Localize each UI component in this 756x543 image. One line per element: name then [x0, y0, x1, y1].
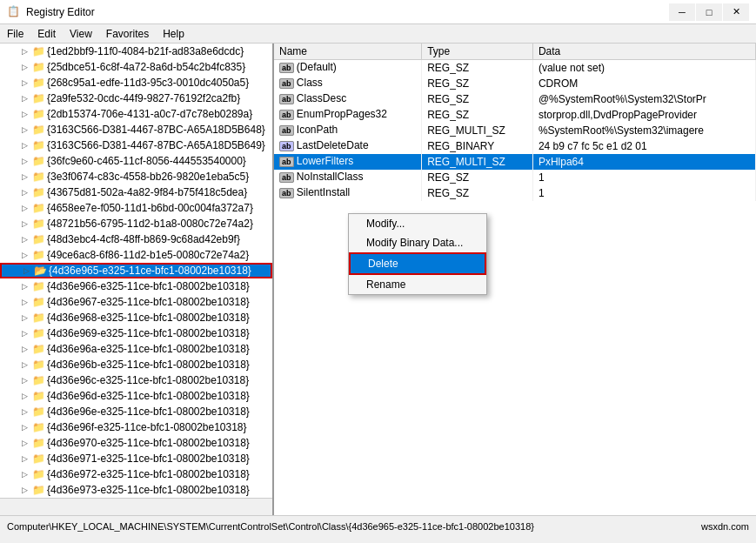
- tree-expand-icon[interactable]: ▷: [17, 282, 31, 291]
- status-bar: Computer\HKEY_LOCAL_MACHINE\SYSTEM\Curre…: [0, 515, 756, 536]
- minimize-button[interactable]: ─: [669, 3, 695, 21]
- tree-expand-icon[interactable]: ▷: [17, 157, 31, 165]
- tree-item[interactable]: ▷📁{3e3f0674-c83c-4558-bb26-9820e1eba5c5}: [0, 169, 272, 184]
- context-menu-item-modify...[interactable]: Modify...: [349, 214, 486, 233]
- tree-item[interactable]: ▷📁{43675d81-502a-4a82-9f84-b75f418c5dea}: [0, 184, 272, 200]
- detail-row[interactable]: ab LastDeleteDateREG_BINARY24 b9 c7 fc 5…: [274, 138, 756, 154]
- tree-expand-icon[interactable]: ▷: [17, 470, 31, 479]
- folder-icon: 📁: [31, 468, 45, 480]
- detail-cell-data: 1: [532, 170, 755, 185]
- tree-expand-icon[interactable]: ▷: [17, 360, 31, 369]
- tree-expand-icon[interactable]: ▷: [17, 188, 31, 197]
- tree-item[interactable]: ▷📁{4d36e96c-e325-11ce-bfc1-08002be10318}: [0, 372, 272, 388]
- tree-expand-icon[interactable]: ▷: [17, 298, 31, 306]
- tree-expand-icon[interactable]: ▷: [17, 392, 31, 400]
- tree-item[interactable]: ▷📁{48d3ebc4-4cf8-48ff-b869-9c68ad42eb9f}: [0, 231, 272, 247]
- detail-row[interactable]: ab (Default)REG_SZ(value not set): [274, 60, 756, 76]
- tree-expand-icon[interactable]: ▷: [17, 313, 31, 322]
- tree-item[interactable]: ▷📁{4d36e96f-e325-11ce-bfc1-08002be10318}: [0, 419, 272, 435]
- detail-row[interactable]: ab ClassREG_SZCDROM: [274, 76, 756, 91]
- tree-expand-icon[interactable]: ▷: [17, 486, 31, 494]
- tree-item[interactable]: ▷📁{4d36e966-e325-11ce-bfc1-08002be10318}: [0, 278, 272, 294]
- tree-label: {4d36e96c-e325-11ce-bfc1-08002be10318}: [47, 374, 249, 386]
- folder-icon: 📁: [31, 327, 45, 339]
- close-button[interactable]: ✕: [723, 3, 749, 21]
- tree-item[interactable]: ▷📁{36fc9e60-c465-11cf-8056-444553540000}: [0, 153, 272, 169]
- tree-item[interactable]: ▷📁{1ed2bbf9-11f0-4084-b21f-ad83a8e6dcdc}: [0, 44, 272, 59]
- detail-cell-data: storprop.dll,DvdPropPageProvider: [532, 107, 755, 123]
- title-bar-buttons: ─ □ ✕: [669, 3, 749, 21]
- tree-expand-icon[interactable]: ▷: [17, 345, 31, 353]
- tree-item[interactable]: ▷📁{4d36e96b-e325-11ce-bfc1-08002be10318}: [0, 357, 272, 372]
- context-menu-item-modify-binary-data...[interactable]: Modify Binary Data...: [349, 233, 486, 252]
- tree-item[interactable]: ▷📁{4d36e96e-e325-11ce-bfc1-08002be10318}: [0, 404, 272, 419]
- tree-expand-icon[interactable]: ▷: [17, 78, 31, 87]
- tree-item[interactable]: ▷📁{4d36e96d-e325-11ce-bfc1-08002be10318}: [0, 388, 272, 404]
- menu-item-file[interactable]: File: [0, 24, 30, 43]
- tree-expand-icon[interactable]: ▷: [17, 94, 31, 103]
- tree-expand-icon[interactable]: ▷: [17, 125, 31, 134]
- detail-cell-name: ab SilentInstall: [274, 185, 422, 201]
- tree-expand-icon[interactable]: ▷: [17, 141, 31, 150]
- tree-item[interactable]: ▷📁{2db15374-706e-4131-a0c7-d7c78eb0289a}: [0, 106, 272, 122]
- maximize-button[interactable]: □: [696, 3, 722, 21]
- tree-item[interactable]: ▷📁{4d36e969-e325-11ce-bfc1-08002be10318}: [0, 325, 272, 341]
- tree-scrollbar[interactable]: [0, 498, 272, 515]
- tree-item[interactable]: ▷📁{268c95a1-edfe-11d3-95c3-0010dc4050a5}: [0, 75, 272, 90]
- tree-expand-icon[interactable]: ▷: [17, 47, 31, 56]
- tree-item[interactable]: ▷📁{48721b56-6795-11d2-b1a8-0080c72e74a2}: [0, 216, 272, 231]
- tree-expand-icon[interactable]: ▷: [17, 110, 31, 118]
- tree-item[interactable]: ▷📁{4658ee7e-f050-11d1-b6bd-00c004fa372a7…: [0, 200, 272, 216]
- detail-row[interactable]: ab EnumPropPages32REG_SZstorprop.dll,Dvd…: [274, 107, 756, 123]
- folder-icon: 📁: [31, 139, 45, 151]
- menu-item-view[interactable]: View: [63, 24, 99, 43]
- tree-item[interactable]: ▷📁{25dbce51-6c8f-4a72-8a6d-b54c2b4fc835}: [0, 59, 272, 75]
- tree-item[interactable]: ▷📁{3163C566-D381-4467-87BC-A65A18D5B648}: [0, 122, 272, 137]
- tree-expand-icon[interactable]: ▷: [17, 454, 31, 463]
- tree-expand-icon[interactable]: ▷: [17, 204, 31, 212]
- tree-expand-icon[interactable]: ▷: [17, 329, 31, 338]
- tree-item[interactable]: ▷📁{4d36e96a-e325-11ce-bfc1-08002be10318}: [0, 341, 272, 357]
- tree-expand-icon[interactable]: ▷: [17, 407, 31, 416]
- folder-icon: 📁: [31, 233, 45, 245]
- tree-expand-icon[interactable]: ▷: [17, 251, 31, 259]
- detail-row[interactable]: ab ClassDescREG_SZ@%SystemRoot%\System32…: [274, 91, 756, 107]
- folder-icon: 📁: [31, 374, 45, 386]
- detail-cell-data: PxHlpa64: [532, 154, 755, 170]
- tree-item[interactable]: ▷📁{4d36e968-e325-11ce-bfc1-08002be10318}: [0, 310, 272, 325]
- tree-panel[interactable]: ▷📁{1ed2bbf9-11f0-4084-b21f-ad83a8e6dcdc}…: [0, 44, 274, 515]
- tree-item[interactable]: ▷📁{4d36e971-e325-11ce-bfc1-08002be10318}: [0, 451, 272, 466]
- menu-item-edit[interactable]: Edit: [30, 24, 63, 43]
- menu-item-help[interactable]: Help: [156, 24, 191, 43]
- tree-item[interactable]: ▷📂{4d36e965-e325-11ce-bfc1-08002be10318}: [0, 263, 272, 278]
- menu-item-favorites[interactable]: Favorites: [99, 24, 156, 43]
- binary-icon: ab: [279, 141, 294, 151]
- tree-expand-icon[interactable]: ▷: [17, 235, 31, 244]
- context-menu-item-delete[interactable]: Delete: [349, 252, 486, 275]
- detail-cell-type: REG_MULTI_SZ: [422, 154, 533, 170]
- tree-expand-icon[interactable]: ▷: [17, 376, 31, 385]
- tree-label: {4d36e969-e325-11ce-bfc1-08002be10318}: [47, 327, 250, 339]
- tree-item[interactable]: ▷📁{2a9fe532-0cdc-44f9-9827-76192f2ca2fb}: [0, 90, 272, 106]
- tree-item[interactable]: ▷📁{4d36e973-e325-11ce-bfc1-08002be10318}: [0, 482, 272, 498]
- tree-label: {4d36e972-e325-11ce-bfc1-08002be10318}: [47, 468, 250, 480]
- context-menu-item-rename[interactable]: Rename: [349, 275, 486, 294]
- tree-item[interactable]: ▷📁{49ce6ac8-6f86-11d2-b1e5-0080c72e74a2}: [0, 247, 272, 263]
- detail-row[interactable]: ab IconPathREG_MULTI_SZ%SystemRoot%\Syst…: [274, 123, 756, 138]
- folder-icon: 📁: [31, 186, 45, 198]
- tree-item[interactable]: ▷📁{3163C566-D381-4467-87BC-A65A18D5B649}: [0, 137, 272, 153]
- tree-expand-icon[interactable]: ▷: [17, 439, 31, 447]
- tree-item[interactable]: ▷📁{4d36e967-e325-11ce-bfc1-08002be10318}: [0, 294, 272, 310]
- tree-expand-icon[interactable]: ▷: [19, 266, 33, 275]
- tree-expand-icon[interactable]: ▷: [17, 219, 31, 228]
- tree-expand-icon[interactable]: ▷: [17, 423, 31, 432]
- folder-icon: 📁: [31, 390, 45, 402]
- tree-expand-icon[interactable]: ▷: [17, 63, 31, 71]
- tree-item[interactable]: ▷📁{4d36e970-e325-11ce-bfc1-08002be10318}: [0, 435, 272, 451]
- tree-item[interactable]: ▷📁{4d36e972-e325-11ce-bfc1-08002be10318}: [0, 466, 272, 482]
- detail-row[interactable]: ab LowerFiltersREG_MULTI_SZPxHlpa64: [274, 154, 756, 170]
- detail-row[interactable]: ab NoInstallClassREG_SZ1: [274, 170, 756, 185]
- tree-expand-icon[interactable]: ▷: [17, 172, 31, 181]
- detail-row[interactable]: ab SilentInstallREG_SZ1: [274, 185, 756, 201]
- detail-cell-name: ab Class: [274, 76, 422, 91]
